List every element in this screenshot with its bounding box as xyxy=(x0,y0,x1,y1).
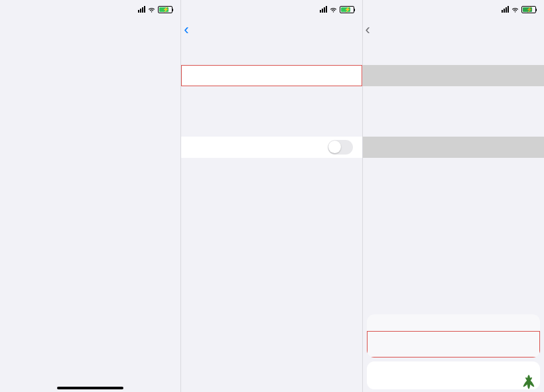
footer-note xyxy=(181,41,362,56)
watermark-logo-icon xyxy=(520,373,537,390)
watermark xyxy=(520,373,540,390)
nav-bar: ‹ xyxy=(363,19,544,41)
status-bar: ⚡ xyxy=(181,0,362,19)
wifi-icon xyxy=(511,6,519,13)
section-header xyxy=(181,102,362,109)
nav-bar xyxy=(0,19,180,41)
auto-save-offline-row[interactable] xyxy=(181,137,362,158)
clear-history-confirm-button[interactable] xyxy=(367,331,540,358)
auto-save-offline-row[interactable] xyxy=(363,137,544,158)
cellular-icon xyxy=(502,6,509,13)
section-header xyxy=(363,129,544,137)
footer-note xyxy=(363,41,544,56)
back-button[interactable]: ‹ xyxy=(184,25,188,34)
panel-safari-settings: ⚡ ‹ xyxy=(181,0,362,392)
clear-history-row[interactable] xyxy=(181,65,362,86)
battery-icon: ⚡ xyxy=(521,6,536,13)
wifi-icon xyxy=(147,6,156,13)
cancel-button[interactable] xyxy=(367,361,540,389)
home-indicator xyxy=(57,387,123,389)
section-header xyxy=(363,102,544,109)
wifi-icon xyxy=(329,6,338,13)
action-sheet xyxy=(367,314,540,389)
nav-bar: ‹ xyxy=(181,19,362,41)
cellular-icon xyxy=(320,6,327,13)
section-header xyxy=(181,129,362,137)
sheet-message xyxy=(367,323,540,331)
chevron-left-icon: ‹ xyxy=(366,25,370,34)
status-bar: ⚡ xyxy=(363,0,544,19)
back-button[interactable]: ‹ xyxy=(366,25,370,34)
clear-history-row[interactable] xyxy=(363,65,544,86)
status-bar: ⚡ xyxy=(0,0,180,19)
battery-icon: ⚡ xyxy=(158,6,172,13)
toggle[interactable] xyxy=(328,140,353,155)
panel-safari-actionsheet: ⚡ ‹ xyxy=(363,0,544,392)
battery-icon: ⚡ xyxy=(340,6,354,13)
chevron-left-icon: ‹ xyxy=(184,25,188,34)
sheet-message xyxy=(367,314,540,323)
cellular-icon xyxy=(138,6,145,13)
panel-settings-list: ⚡ xyxy=(0,0,181,392)
